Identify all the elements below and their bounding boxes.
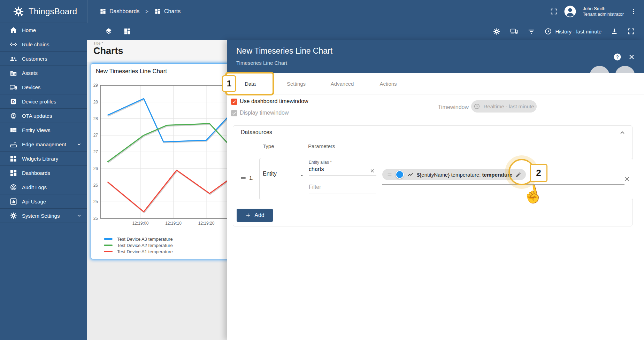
- download-icon[interactable]: [611, 28, 618, 35]
- rule-chains-icon: [9, 40, 17, 48]
- kebab-menu-icon[interactable]: [630, 8, 637, 15]
- sidebar-item-device-profiles[interactable]: D Device profiles: [0, 94, 87, 109]
- legend-color-dash: [104, 238, 113, 240]
- system-settings-icon: [9, 212, 17, 220]
- history-timewindow-button[interactable]: History - last minute: [544, 28, 601, 35]
- sidebar-item-devices[interactable]: Devices: [0, 80, 87, 94]
- breadcrumb-dashboards[interactable]: Dashboards: [100, 8, 139, 15]
- entity-alias-underline: [309, 176, 376, 176]
- sidebar-item-dashboards[interactable]: Dashboards: [0, 166, 87, 180]
- sidebar-item-edge-management[interactable]: Edge management: [0, 137, 87, 152]
- tab-advanced[interactable]: Advanced: [319, 73, 365, 94]
- legend-label: Test Device A2 temperature: [117, 243, 173, 248]
- drag-handle-icon[interactable]: [387, 172, 392, 177]
- sidebar-item-assets[interactable]: Assets: [0, 66, 87, 80]
- plus-icon: [245, 212, 251, 218]
- filter-input[interactable]: [309, 184, 373, 190]
- collapse-chevron-up-icon[interactable]: [618, 129, 627, 137]
- help-icon[interactable]: ?: [613, 53, 621, 61]
- clear-alias-icon[interactable]: [369, 168, 375, 174]
- thingsboard-logo[interactable]: ThingsBoard: [0, 6, 75, 17]
- dialog-tabs: Data Settings Advanced Actions: [227, 73, 644, 94]
- svg-text:28: 28: [93, 116, 98, 121]
- legend-item[interactable]: Test Device A2 temperature: [104, 242, 173, 248]
- logo-text: ThingsBoard: [29, 7, 77, 16]
- dialog-header: New Timeseries Line Chart Timeseries Lin…: [227, 40, 644, 73]
- legend-color-dash: [104, 251, 113, 252]
- datasources-card: Datasources Type Parameters 1. Entity En…: [233, 125, 632, 226]
- svg-text:28: 28: [93, 100, 98, 105]
- svg-text:25: 25: [93, 216, 98, 221]
- entity-alias-label: Entity alias *: [309, 160, 332, 165]
- close-icon[interactable]: [628, 53, 636, 61]
- ota-updates-icon: [9, 112, 17, 120]
- datasource-row: Entity Entity alias *: [259, 158, 633, 200]
- dialog-title: New Timeseries Line Chart: [236, 46, 332, 56]
- sidebar-item-system-settings[interactable]: System Settings: [0, 209, 87, 223]
- add-datasource-button[interactable]: Add: [237, 209, 273, 222]
- sidebar-item-ota-updates[interactable]: OTA updates: [0, 109, 87, 123]
- dashboards-icon: [9, 169, 17, 177]
- svg-text:27: 27: [93, 149, 98, 154]
- tab-actions[interactable]: Actions: [365, 73, 411, 94]
- sidebar-item-rule-chains[interactable]: Rule chains: [0, 37, 87, 52]
- dashboard-title-field[interactable]: Title * Charts: [87, 40, 231, 62]
- api-usage-icon: [9, 198, 17, 206]
- layers-icon[interactable]: [105, 27, 113, 36]
- type-select-underline: [263, 180, 305, 180]
- customers-icon: [9, 55, 17, 63]
- timeseries-widget-card[interactable]: 29282827272626252512:19:0012:19:1012:19:…: [91, 64, 230, 259]
- datasource-type-select[interactable]: Entity: [263, 171, 305, 177]
- avatar[interactable]: [564, 5, 576, 18]
- edit-pencil-icon[interactable]: [515, 172, 521, 178]
- data-key-text: ${entityName} temperature: temperature: [417, 172, 512, 178]
- timewindow-value: Realtime - last minute: [483, 103, 534, 109]
- dialog-subtitle: Timeseries Line Chart: [236, 60, 287, 66]
- use-dashboard-timewindow-label[interactable]: Use dashboard timewindow: [240, 98, 308, 105]
- use-dashboard-timewindow-checkbox[interactable]: [231, 99, 237, 105]
- chevron-down-icon: [76, 212, 82, 219]
- check-icon: [232, 99, 237, 104]
- breadcrumb-charts[interactable]: Charts: [154, 8, 181, 15]
- legend-item[interactable]: Test Device A1 temperature: [104, 248, 173, 255]
- sidebar-item-home[interactable]: Home: [0, 23, 87, 37]
- thingsboard-app: ThingsBoard Dashboards > Charts: [0, 0, 644, 340]
- dashboard-settings-gear-icon[interactable]: [493, 28, 501, 36]
- breadcrumb-label: Dashboards: [109, 8, 139, 15]
- data-key-chip[interactable]: ${entityName} temperature: temperature: [382, 169, 526, 180]
- user-name: John Smith: [583, 6, 624, 11]
- sidebar-item-api-usage[interactable]: Api Usage: [0, 194, 87, 209]
- remove-datasource-icon[interactable]: [623, 176, 630, 183]
- sidebar-item-audit-logs[interactable]: Audit Logs: [0, 180, 87, 194]
- entity-aliases-icon[interactable]: [510, 27, 518, 36]
- svg-text:26: 26: [93, 183, 98, 188]
- sidebar-item-entity-views[interactable]: Entity Views: [0, 123, 87, 137]
- clock-icon: [474, 103, 480, 110]
- annotation-step2-badge: 2: [530, 164, 547, 182]
- legend-item[interactable]: Test Device A3 temperature: [104, 236, 173, 242]
- sidebar-item-customers[interactable]: Customers: [0, 52, 87, 66]
- user-role: Tenant administrator: [583, 11, 624, 17]
- breadcrumb-label: Charts: [164, 8, 181, 15]
- svg-text:D: D: [12, 99, 15, 103]
- chevron-down-icon: [76, 141, 82, 147]
- entity-alias-input[interactable]: [309, 166, 366, 172]
- widgets-library-icon: [9, 155, 17, 163]
- drag-handle-icon[interactable]: [240, 175, 247, 181]
- top-header: ThingsBoard Dashboards > Charts: [0, 0, 644, 23]
- fullscreen-icon[interactable]: [627, 28, 635, 35]
- filters-icon[interactable]: [527, 28, 535, 36]
- datasource-index: 1.: [249, 175, 254, 181]
- svg-text:29: 29: [93, 83, 98, 88]
- entity-views-icon: [9, 126, 17, 134]
- sidebar-item-widgets-library[interactable]: Widgets Library: [0, 152, 87, 166]
- layout-tiles-icon[interactable]: [123, 28, 131, 35]
- legend-label: Test Device A3 temperature: [117, 237, 173, 242]
- fullscreen-icon[interactable]: [550, 8, 558, 15]
- timewindow-button: Realtime - last minute: [471, 100, 537, 113]
- header-divider: [87, 0, 87, 23]
- svg-text:12:19:20: 12:19:20: [198, 221, 215, 226]
- add-button-label: Add: [254, 212, 264, 218]
- tab-settings[interactable]: Settings: [273, 73, 319, 94]
- timewindow-label: Timewindow: [436, 104, 469, 110]
